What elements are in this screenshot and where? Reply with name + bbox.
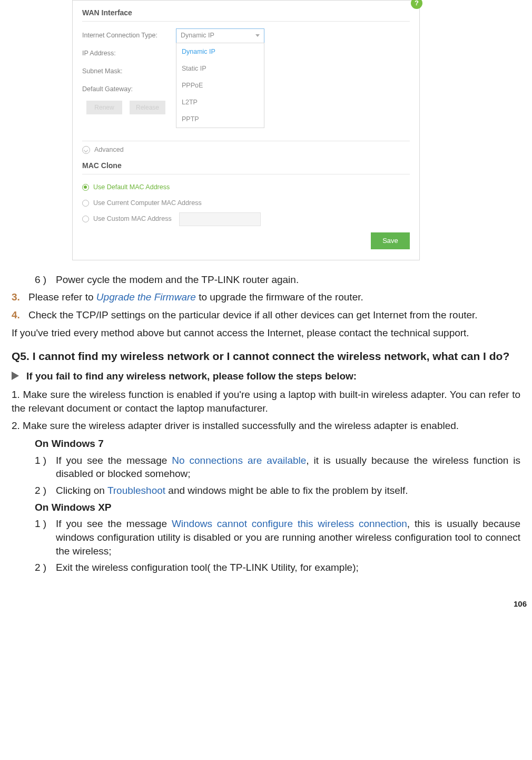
connection-type-value: Dynamic IP (181, 31, 214, 40)
page-number: 106 (0, 583, 532, 613)
os-heading-winxp: On Windows XP (35, 501, 520, 514)
list-marker: 6 ) (35, 273, 50, 287)
step-text: If you see the message Windows cannot co… (56, 517, 520, 558)
mac-option-label: Use Default MAC Address (93, 183, 170, 192)
label-subnet-mask: Subnet Mask: (82, 67, 176, 76)
step-text: Power cycle the modem and the TP-LINK ro… (56, 273, 299, 287)
list-marker: 3. (12, 290, 23, 304)
list-marker: 1 ) (35, 454, 50, 481)
custom-mac-input[interactable] (179, 212, 261, 226)
triangle-bullet-icon (12, 372, 19, 380)
expand-icon (82, 146, 90, 154)
step-text: If you see the message No connections ar… (56, 454, 520, 481)
ui-message-text: Troubleshoot (107, 485, 165, 496)
option-pptp[interactable]: PPTP (176, 111, 264, 128)
numbered-paragraph: 2. Make sure the wireless adapter driver… (12, 419, 520, 433)
os-heading-win7: On Windows 7 (35, 437, 520, 451)
step-text: Exit the wireless configuration tool( th… (56, 561, 359, 574)
radio-icon (82, 200, 89, 207)
section-wan-interface: WAN Interface (82, 4, 410, 22)
router-settings-panel: ? WAN Interface Internet Connection Type… (72, 0, 420, 260)
release-button[interactable]: Release (130, 101, 165, 114)
option-l2tp[interactable]: L2TP (176, 94, 264, 111)
paragraph: If you've tried every method above but c… (12, 326, 520, 340)
option-dynamic-ip[interactable]: Dynamic IP (176, 43, 264, 60)
label-connection-type: Internet Connection Type: (82, 31, 176, 40)
list-item-text: Check the TCP/IP settings on the particu… (28, 308, 478, 322)
step-text: Clicking on Troubleshoot and windows mig… (56, 484, 408, 498)
chevron-down-icon (255, 34, 260, 37)
list-marker: 2 ) (35, 561, 50, 574)
ui-message-text: No connections are available (172, 455, 306, 466)
mac-option-custom[interactable]: Use Custom MAC Address (82, 211, 410, 227)
list-marker: 1 ) (35, 517, 50, 558)
option-pppoe[interactable]: PPPoE (176, 77, 264, 94)
radio-icon (82, 184, 89, 191)
mac-option-label: Use Current Computer MAC Address (93, 199, 202, 208)
section-mac-clone: MAC Clone (82, 157, 410, 174)
numbered-paragraph: 1. Make sure the wireless function is en… (12, 388, 520, 415)
save-button[interactable]: Save (371, 232, 410, 249)
label-default-gateway: Default Gateway: (82, 85, 176, 94)
mac-option-label: Use Custom MAC Address (93, 215, 172, 223)
advanced-label: Advanced (94, 145, 124, 154)
connection-type-select[interactable]: Dynamic IP (176, 28, 264, 43)
radio-icon (82, 216, 89, 222)
link-upgrade-firmware[interactable]: Upgrade the Firmware (96, 291, 196, 303)
label-ip-address: IP Address: (82, 49, 176, 58)
document-body: 6 ) Power cycle the modem and the TP-LIN… (0, 260, 532, 583)
list-marker: 2 ) (35, 484, 50, 498)
list-marker: 4. (12, 308, 23, 322)
help-icon[interactable]: ? (411, 0, 422, 9)
ui-message-text: Windows cannot configure this wireless c… (172, 518, 407, 529)
mac-option-default[interactable]: Use Default MAC Address (82, 180, 410, 196)
list-item-text: Please refer to Upgrade the Firmware to … (28, 290, 363, 304)
subheading: If you fail to find any wireless network… (26, 369, 357, 383)
option-static-ip[interactable]: Static IP (176, 60, 264, 77)
advanced-toggle[interactable]: Advanced (82, 141, 410, 157)
question-heading: Q5. I cannot find my wireless network or… (12, 349, 520, 364)
renew-button[interactable]: Renew (86, 101, 122, 114)
mac-option-current[interactable]: Use Current Computer MAC Address (82, 196, 410, 211)
connection-type-dropdown: Dynamic IP Static IP PPPoE L2TP PPTP (176, 43, 264, 128)
